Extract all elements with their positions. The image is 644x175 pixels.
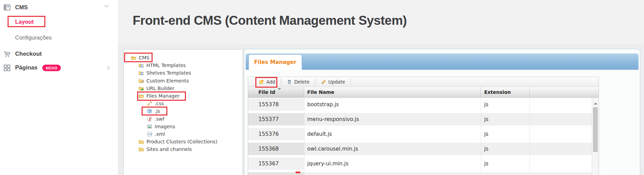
tree-item-swf[interactable]: .swf <box>124 115 243 123</box>
tab-files-manager[interactable]: Files Manager <box>248 54 302 70</box>
sidebar-item-label: Páginas <box>15 64 37 71</box>
toolbar-separator <box>315 78 315 85</box>
column-header-filler <box>530 87 599 97</box>
trash-icon <box>287 79 292 85</box>
folder-go-icon <box>138 86 144 91</box>
files-datagrid: Add Delete Update <box>248 77 599 175</box>
file-name-cell: bootstrap.js <box>304 98 481 111</box>
file-name-cell: menu-responsivo.js <box>304 113 481 125</box>
extension-cell: js <box>481 157 530 170</box>
chevron-right-icon[interactable] <box>107 65 110 70</box>
table-row[interactable]: 155376 default.js js <box>248 128 599 140</box>
file-id-cell: 155367 <box>248 157 304 170</box>
folder-tree-panel: CMS HTML Templates Shelves Templates Cus… <box>123 49 243 175</box>
column-divider <box>530 98 530 175</box>
tree-item-files-manager[interactable]: Files Manager <box>124 92 243 100</box>
grid-icon <box>3 64 11 72</box>
file-name-cell: owl.carousel.min.js <box>304 143 481 155</box>
folder-sync-icon <box>138 70 144 76</box>
delete-button[interactable]: Delete <box>284 78 312 85</box>
xml-file-icon <box>147 131 152 137</box>
sidebar: CMS Layout Configurações Checkout Página… <box>0 0 119 175</box>
image-file-icon <box>147 124 152 129</box>
script-file-icon <box>147 108 152 114</box>
sort-desc-icon <box>278 88 281 90</box>
page-title: Front-end CMS (Content Management System… <box>133 13 407 28</box>
cart-icon <box>3 51 11 58</box>
brush-file-icon <box>147 101 152 106</box>
tree-item-shelves-templates[interactable]: Shelves Templates <box>124 69 243 77</box>
toolbar-separator <box>281 78 281 85</box>
file-id-cell: 155377 <box>248 113 304 125</box>
extension-cell: js <box>481 128 530 140</box>
update-button[interactable]: Update <box>318 78 348 85</box>
folder-icon <box>138 146 144 152</box>
open-folder-icon <box>131 55 136 61</box>
extension-cell: js <box>481 143 530 155</box>
table-body: 155378 bootstrap.js js 155377 menu-respo… <box>248 98 599 175</box>
novo-badge: NOVO <box>42 65 61 71</box>
annotation-red-dash <box>296 172 300 173</box>
tree-item-html-templates[interactable]: HTML Templates <box>124 62 243 69</box>
file-name-cell: jquery-ui.min.js <box>304 157 481 170</box>
sidebar-item-label: Configurações <box>15 34 52 41</box>
column-divider <box>481 98 481 175</box>
datagrid-toolbar: Add Delete Update <box>248 77 599 87</box>
vertical-scrollbar[interactable] <box>592 98 599 175</box>
folder-sync-icon <box>138 63 144 68</box>
table-row-partial <box>248 172 599 175</box>
folder-wrench-icon <box>138 78 144 84</box>
tree-item-product-clusters[interactable]: Product Clusters (Collections) <box>124 138 243 145</box>
tree-item-cms[interactable]: CMS <box>124 54 243 62</box>
add-button[interactable]: Add <box>256 78 278 85</box>
add-icon <box>259 79 264 85</box>
file-id-cell: 155376 <box>248 128 304 140</box>
folder-tree: CMS HTML Templates Shelves Templates Cus… <box>124 50 243 153</box>
chevron-down-icon[interactable] <box>104 4 109 8</box>
sidebar-item-label: Checkout <box>15 51 42 57</box>
tree-item-js[interactable]: .js <box>124 107 243 115</box>
layout-icon <box>3 4 11 11</box>
tree-item-url-builder[interactable]: URL Builder <box>124 85 243 92</box>
tree-item-imagens[interactable]: imagens <box>124 123 243 130</box>
flash-file-icon <box>147 116 152 122</box>
column-header-file-name[interactable]: File Name <box>304 87 481 97</box>
table-row[interactable]: 155367 jquery-ui.min.js js <box>248 157 599 170</box>
tree-item-custom-elements[interactable]: Custom Elements <box>124 77 243 85</box>
file-name-cell: default.js <box>304 128 481 140</box>
sidebar-item-label: Layout <box>15 19 34 25</box>
tree-item-sites-and-channels[interactable]: Sites and channels <box>124 145 243 153</box>
file-id-cell: 155378 <box>248 98 304 111</box>
table-row[interactable]: 155378 bootstrap.js js <box>248 98 599 111</box>
extension-cell: js <box>481 113 530 125</box>
tree-item-xml[interactable]: .xml <box>124 130 243 138</box>
scroll-up-arrow[interactable] <box>594 102 597 105</box>
column-divider <box>304 98 304 175</box>
scrollbar-thumb[interactable] <box>593 107 598 152</box>
open-folder-icon <box>138 93 144 99</box>
table-row[interactable]: 155377 menu-responsivo.js js <box>248 113 599 125</box>
column-header-file-id[interactable]: File Id <box>248 87 304 97</box>
column-header-extension[interactable]: Extension <box>481 87 530 97</box>
tab-bar: Files Manager <box>246 53 639 70</box>
table-header: File Id File Name Extension <box>248 87 599 98</box>
sidebar-item-label: CMS <box>15 4 28 11</box>
file-id-cell: 155368 <box>248 143 304 155</box>
folder-icon <box>138 139 144 144</box>
toolbar-separator <box>351 78 351 85</box>
table-row[interactable]: 155368 owl.carousel.min.js js <box>248 143 599 155</box>
extension-cell: js <box>481 98 530 111</box>
files-manager-panel: Files Manager Add Delete <box>244 49 640 175</box>
pencil-icon <box>321 79 326 85</box>
tree-item-css[interactable]: .css <box>124 100 243 107</box>
